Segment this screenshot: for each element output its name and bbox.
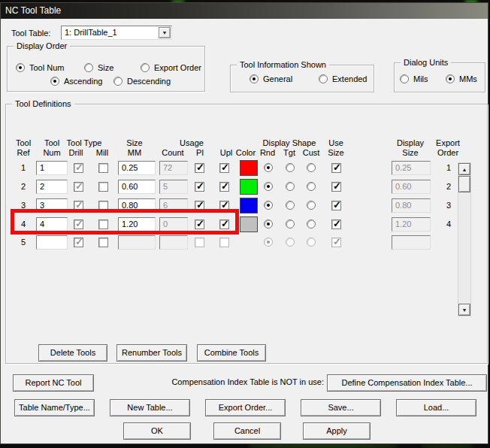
cust-radio[interactable] bbox=[307, 219, 316, 229]
size-field[interactable]: 0.60 bbox=[118, 180, 156, 194]
rnd-radio[interactable] bbox=[264, 182, 273, 191]
header-size-mm: MM bbox=[116, 148, 153, 157]
use-size-checkbox[interactable] bbox=[331, 219, 341, 229]
display-order-title: Display Order bbox=[14, 41, 70, 50]
display-size-field: 0.25 bbox=[392, 161, 431, 175]
load-button[interactable]: Load... bbox=[396, 399, 476, 416]
upl-checkbox[interactable] bbox=[219, 163, 229, 173]
cust-radio[interactable] bbox=[307, 163, 316, 172]
radio-mils[interactable] bbox=[400, 74, 409, 83]
drill-checkbox[interactable] bbox=[74, 163, 83, 173]
tool-num-field[interactable] bbox=[36, 235, 68, 250]
header-display-size: Size bbox=[390, 148, 431, 157]
drill-checkbox[interactable] bbox=[74, 238, 83, 247]
new-table-button[interactable]: New Table... bbox=[110, 399, 190, 416]
header-tgt: Tgt bbox=[279, 148, 300, 157]
rnd-radio[interactable] bbox=[264, 163, 273, 172]
report-nc-tool-button[interactable]: Report NC Tool bbox=[13, 374, 94, 392]
cust-radio[interactable] bbox=[307, 201, 316, 210]
export-order-value: 1 bbox=[439, 163, 458, 172]
radio-descending[interactable] bbox=[113, 77, 122, 86]
rnd-radio bbox=[264, 238, 273, 247]
tool-information-title: Tool Information Shown bbox=[237, 60, 329, 69]
radio-size[interactable] bbox=[84, 63, 93, 72]
header-use: Use bbox=[324, 138, 348, 147]
pl-checkbox[interactable] bbox=[195, 163, 204, 173]
radio-general[interactable] bbox=[250, 74, 259, 83]
chevron-down-icon[interactable]: ▼ bbox=[159, 27, 171, 38]
size-field[interactable]: 0.25 bbox=[118, 161, 156, 175]
scrollbar-thumb[interactable] bbox=[458, 176, 470, 192]
cancel-button[interactable]: Cancel bbox=[213, 422, 281, 440]
nc-tool-table-dialog: NC Tool Table Tool Table: 1: DrillTable_… bbox=[0, 2, 488, 444]
rnd-radio[interactable] bbox=[264, 201, 273, 210]
cust-radio[interactable] bbox=[307, 182, 316, 191]
header-rnd: Rnd bbox=[256, 148, 279, 157]
table-row: 5 bbox=[1, 235, 488, 252]
rnd-radio[interactable] bbox=[264, 219, 273, 229]
renumber-tools-button[interactable]: Renumber Tools bbox=[116, 344, 187, 362]
use-size-checkbox[interactable] bbox=[331, 182, 341, 192]
tgt-radio[interactable] bbox=[286, 182, 295, 191]
header-tool-num2: Num bbox=[38, 148, 65, 157]
scroll-up-icon[interactable]: ▲ bbox=[458, 163, 470, 175]
radio-mils-label: Mils bbox=[413, 74, 428, 83]
header-pl: Pl bbox=[191, 148, 209, 157]
header-export-order: Order bbox=[429, 148, 467, 157]
save-button[interactable]: Save... bbox=[301, 399, 381, 416]
ok-button[interactable]: OK bbox=[123, 422, 191, 440]
color-swatch[interactable] bbox=[240, 216, 258, 232]
display-size-field bbox=[392, 235, 431, 250]
tgt-radio[interactable] bbox=[286, 219, 295, 229]
radio-mms[interactable] bbox=[446, 74, 455, 83]
radio-extended[interactable] bbox=[319, 74, 328, 83]
delete-tools-button[interactable]: Delete Tools bbox=[38, 344, 107, 362]
tgt-radio bbox=[286, 238, 295, 247]
tgt-radio[interactable] bbox=[286, 201, 295, 210]
radio-export-order-label: Export Order bbox=[154, 63, 201, 72]
color-swatch[interactable] bbox=[240, 160, 258, 176]
mill-checkbox[interactable] bbox=[98, 238, 108, 247]
header-mill: Mill bbox=[91, 148, 113, 157]
header-usage: Usage bbox=[168, 138, 215, 147]
use-size-checkbox[interactable] bbox=[331, 201, 341, 210]
radio-ascending[interactable] bbox=[50, 77, 59, 86]
header-display: Display bbox=[390, 138, 431, 147]
color-swatch[interactable] bbox=[240, 179, 258, 195]
table-name-type-button[interactable]: Table Name/Type... bbox=[14, 399, 95, 416]
tool-list-scrollbar[interactable]: ▲ ▼ bbox=[458, 162, 471, 316]
tool-num-field[interactable]: 2 bbox=[36, 180, 68, 194]
color-swatch[interactable] bbox=[240, 198, 258, 213]
scroll-down-icon[interactable]: ▼ bbox=[458, 304, 470, 316]
tool-ref: 2 bbox=[16, 182, 31, 191]
apply-button[interactable]: Apply bbox=[303, 422, 371, 440]
tool-table-value: 1: DrillTable_1 bbox=[65, 28, 117, 37]
radio-export-order[interactable] bbox=[141, 63, 150, 72]
display-size-field: 0.80 bbox=[392, 198, 431, 213]
radio-tool-num[interactable] bbox=[16, 63, 25, 72]
use-size-checkbox[interactable] bbox=[331, 163, 341, 173]
radio-general-label: General bbox=[263, 74, 292, 83]
header-tool-type: Tool Type bbox=[60, 138, 108, 147]
tool-table-label: Tool Table: bbox=[11, 29, 50, 38]
radio-ascending-label: Ascending bbox=[64, 77, 102, 86]
pl-checkbox bbox=[195, 238, 204, 247]
tool-ref: 5 bbox=[16, 238, 31, 247]
tool-table-select[interactable]: 1: DrillTable_1 ▼ bbox=[61, 26, 172, 40]
display-size-field: 0.60 bbox=[392, 180, 431, 194]
table-row: 2 2 0.60 5 0.60 2 bbox=[1, 180, 488, 196]
radio-extended-label: Extended bbox=[332, 74, 367, 83]
upl-checkbox[interactable] bbox=[219, 182, 229, 192]
title-bar[interactable]: NC Tool Table bbox=[1, 3, 488, 19]
tgt-radio[interactable] bbox=[286, 163, 295, 172]
tool-num-field[interactable]: 1 bbox=[36, 161, 68, 175]
define-compensation-button[interactable]: Define Compensation Index Table... bbox=[327, 374, 487, 392]
combine-tools-button[interactable]: Combine Tools bbox=[197, 344, 266, 362]
mill-checkbox[interactable] bbox=[98, 182, 108, 192]
drill-checkbox[interactable] bbox=[74, 182, 83, 192]
count-field: 5 bbox=[159, 180, 188, 194]
mill-checkbox[interactable] bbox=[98, 163, 108, 173]
header-tool-ref2: Ref bbox=[13, 148, 34, 157]
pl-checkbox[interactable] bbox=[195, 182, 204, 192]
export-order-button[interactable]: Export Order... bbox=[205, 399, 286, 416]
